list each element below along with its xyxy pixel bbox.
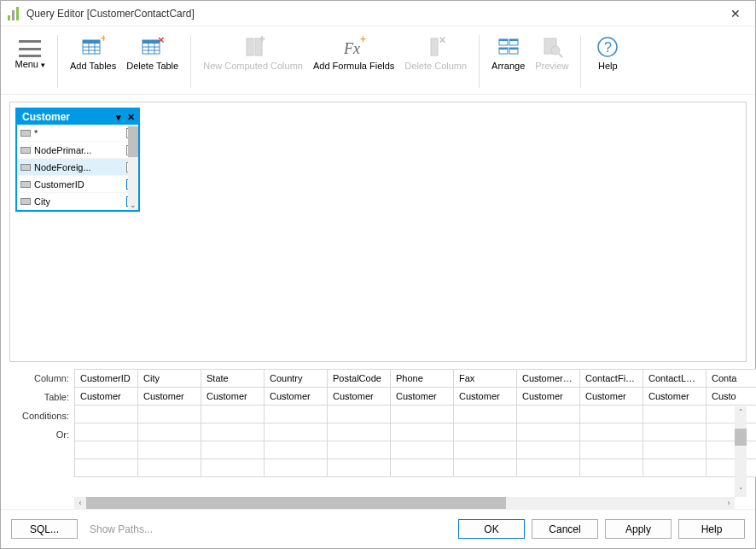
field-scrollbar-down[interactable]: ⌄ — [128, 200, 138, 210]
field-row[interactable]: CustomerID — [17, 176, 138, 193]
close-icon[interactable]: ✕ — [125, 112, 137, 123]
table-entity-customer[interactable]: Customer ▾ ✕ *NodePrimar...NodeForeig...… — [15, 108, 140, 212]
help-button[interactable]: ? Help — [588, 32, 627, 91]
grid-column-header[interactable]: Phone — [391, 370, 454, 388]
grid-column-header[interactable]: Conta — [707, 370, 757, 388]
grid-cell[interactable]: Customer — [454, 388, 517, 406]
grid-column-header[interactable]: PostalCode — [328, 370, 391, 388]
grid-cell[interactable]: Customer — [138, 388, 201, 406]
add-formula-fields-label: Add Formula Fields — [313, 61, 394, 72]
sql-button[interactable]: SQL... — [11, 519, 78, 539]
grid-hscroll-thumb[interactable] — [86, 497, 506, 509]
grid-cell[interactable] — [75, 423, 138, 441]
grid-cell[interactable] — [328, 423, 391, 441]
grid-cell[interactable]: Customer — [643, 388, 707, 406]
field-row[interactable]: NodeForeig... — [17, 159, 138, 176]
grid-cell[interactable] — [707, 406, 757, 423]
grid-cell[interactable] — [138, 406, 201, 423]
grid-cell[interactable] — [643, 423, 707, 441]
grid-cell[interactable]: Customer — [75, 388, 138, 406]
grid-cell[interactable] — [265, 441, 328, 459]
grid-cell[interactable] — [517, 441, 580, 459]
grid-cell[interactable] — [454, 459, 517, 477]
grid-cell[interactable] — [707, 441, 757, 459]
grid-cell[interactable]: Customer — [517, 388, 580, 406]
grid-cell[interactable]: Customer — [391, 388, 454, 406]
grid-cell[interactable] — [517, 459, 580, 477]
grid-cell[interactable] — [138, 441, 201, 459]
grid-cell[interactable] — [643, 441, 707, 459]
grid-cell[interactable] — [707, 459, 757, 477]
grid-cell[interactable]: Customer — [328, 388, 391, 406]
grid-cell[interactable] — [454, 441, 517, 459]
footer-help-button[interactable]: Help — [678, 519, 745, 539]
ok-button[interactable]: OK — [458, 519, 525, 539]
delete-table-button[interactable]: × Delete Table — [121, 32, 183, 91]
grid-column-header[interactable]: CustomerID — [75, 370, 138, 388]
field-row[interactable]: City — [17, 193, 138, 210]
grid-cell[interactable] — [201, 441, 265, 459]
grid-cell[interactable]: Customer — [201, 388, 265, 406]
grid-cell[interactable] — [517, 406, 580, 423]
grid-cell[interactable]: Custo — [707, 388, 757, 406]
grid-cell[interactable] — [580, 441, 643, 459]
grid-cell[interactable] — [201, 423, 265, 441]
grid-cell[interactable] — [391, 441, 454, 459]
grid-cell[interactable] — [643, 406, 707, 423]
grid-cell[interactable] — [201, 459, 265, 477]
table-entity-header[interactable]: Customer ▾ ✕ — [17, 109, 138, 125]
arrange-button[interactable]: Arrange — [486, 32, 530, 91]
field-row[interactable]: NodePrimar... — [17, 142, 138, 159]
svg-text:+: + — [101, 35, 105, 44]
grid-cell[interactable] — [75, 459, 138, 477]
scroll-left-icon[interactable]: ‹ — [74, 499, 86, 507]
grid-cell[interactable] — [580, 406, 643, 423]
grid-cell[interactable] — [454, 406, 517, 423]
grid-cell[interactable] — [201, 406, 265, 423]
grid-cell[interactable] — [75, 441, 138, 459]
grid-vscroll-thumb[interactable] — [735, 429, 747, 446]
scroll-up-icon[interactable]: ˄ — [735, 406, 747, 418]
close-button[interactable]: ✕ — [716, 1, 755, 26]
grid-cell[interactable] — [265, 423, 328, 441]
grid-vertical-scrollbar[interactable]: ˄ ˅ — [735, 406, 747, 497]
grid-column-header[interactable]: City — [138, 370, 201, 388]
menu-button[interactable]: Menu — [9, 32, 50, 91]
grid-cell[interactable]: Customer — [265, 388, 328, 406]
grid-cell[interactable] — [391, 423, 454, 441]
add-tables-button[interactable]: + Add Tables — [65, 32, 121, 91]
grid-cell[interactable]: Customer — [580, 388, 643, 406]
grid-column-header[interactable]: Country — [265, 370, 328, 388]
grid-cell[interactable] — [138, 423, 201, 441]
grid-cell[interactable] — [643, 459, 707, 477]
grid-cell[interactable] — [517, 423, 580, 441]
grid-cell[interactable] — [265, 406, 328, 423]
scroll-right-icon[interactable]: › — [723, 499, 735, 507]
field-scrollbar-thumb[interactable] — [128, 126, 138, 157]
apply-button[interactable]: Apply — [605, 519, 672, 539]
grid-cell[interactable] — [138, 459, 201, 477]
add-formula-fields-button[interactable]: Fx+ Add Formula Fields — [308, 32, 399, 91]
grid-cell[interactable] — [391, 406, 454, 423]
grid-horizontal-scrollbar[interactable]: ‹ › — [74, 497, 735, 509]
grid-cell[interactable] — [328, 459, 391, 477]
grid-cell[interactable] — [707, 423, 757, 441]
field-row[interactable]: * — [17, 125, 138, 142]
design-canvas[interactable]: Customer ▾ ✕ *NodePrimar...NodeForeig...… — [9, 102, 747, 362]
grid-column-header[interactable]: CustomerNa... — [517, 370, 580, 388]
grid-cell[interactable] — [328, 406, 391, 423]
grid-cell[interactable] — [580, 459, 643, 477]
grid-cell[interactable] — [328, 441, 391, 459]
scroll-down-icon[interactable]: ˅ — [735, 485, 747, 497]
grid-cell[interactable] — [75, 406, 138, 423]
grid-column-header[interactable]: ContactFirst... — [580, 370, 643, 388]
grid-column-header[interactable]: State — [201, 370, 265, 388]
grid-cell[interactable] — [265, 459, 328, 477]
filter-icon[interactable]: ▾ — [113, 112, 125, 123]
grid-cell[interactable] — [580, 423, 643, 441]
cancel-button[interactable]: Cancel — [532, 519, 598, 539]
grid-cell[interactable] — [391, 459, 454, 477]
grid-column-header[interactable]: ContactLast... — [643, 370, 707, 388]
grid-cell[interactable] — [454, 423, 517, 441]
grid-column-header[interactable]: Fax — [454, 370, 517, 388]
